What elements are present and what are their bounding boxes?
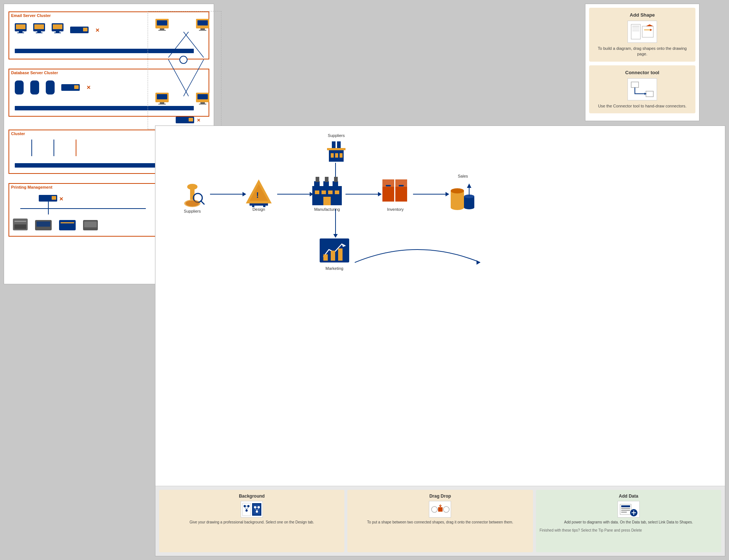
inventory-label: Inventory (387, 207, 403, 212)
db-cylinder-1 (15, 80, 24, 95)
process-suppliers: Suppliers (325, 133, 347, 164)
process-flow-area: Suppliers (155, 126, 725, 392)
email-x-mark: ✕ (95, 27, 100, 33)
svg-rect-13 (646, 91, 653, 97)
cluster-line-3 (76, 140, 76, 156)
svg-rect-52 (399, 185, 404, 186)
email-monitor-1 (15, 23, 27, 33)
svg-rect-21 (340, 153, 343, 158)
db-cylinder-2 (30, 80, 39, 95)
suppliers-icon (325, 138, 347, 164)
hub-monitor-tl (155, 19, 169, 31)
network-dashed-area: ✕ (148, 11, 221, 129)
hub-bottom-switch (176, 117, 194, 123)
arrow-manufacturing-inventory (345, 194, 379, 195)
tip-connector-desc: Use the Connector tool to hand-draw conn… (594, 103, 691, 109)
hub-monitor-tr (196, 19, 209, 31)
tip-drag-drop-desc: To put a shape between two connected sha… (351, 520, 529, 525)
svg-rect-18 (327, 148, 345, 150)
tip-add-data: Add Data Add power to diagrams with data… (536, 490, 721, 552)
hub-line-br (183, 59, 204, 96)
tip-background-desc: Give your drawing a professional backgro… (163, 520, 341, 525)
svg-point-55 (451, 188, 464, 193)
tip-add-data-desc: Add power to diagrams with data. On the … (540, 520, 718, 525)
tip-add-shape-desc: To build a diagram, drag shapes onto the… (594, 46, 691, 57)
design-icon: ! (244, 178, 274, 207)
inventory-icon (381, 178, 410, 207)
svg-text:!: ! (256, 190, 259, 200)
svg-rect-5 (632, 25, 639, 28)
svg-rect-63 (323, 254, 328, 261)
suppliers-label: Suppliers (328, 133, 345, 138)
svg-rect-44 (316, 177, 319, 182)
tip-add-shape: Add Shape To build a diagram, drag shape… (589, 8, 695, 62)
svg-rect-7 (632, 30, 639, 31)
design-label: Design (252, 207, 265, 212)
research-icon (178, 179, 207, 209)
svg-marker-66 (477, 260, 480, 265)
svg-rect-38 (312, 186, 342, 188)
svg-point-27 (186, 200, 199, 206)
svg-marker-11 (646, 24, 653, 26)
svg-marker-87 (439, 505, 442, 507)
svg-point-24 (187, 184, 197, 190)
tip-add-data-icon (618, 501, 640, 518)
svg-rect-40 (321, 190, 326, 194)
printer-3 (59, 220, 76, 230)
tip-drag-drop: Drag Drop To put a shape between two con… (347, 490, 533, 552)
printing-line-h (20, 208, 146, 209)
svg-point-79 (256, 511, 258, 513)
tip-connector-title: Connector tool (594, 70, 691, 75)
hub-x-mark: ✕ (197, 118, 200, 123)
bottom-tips-bar: Background (155, 486, 725, 556)
svg-rect-39 (315, 190, 319, 194)
marketing-label: Marketing (326, 266, 343, 271)
printer-1 (13, 219, 28, 230)
printers-row (13, 219, 98, 230)
connector-icon (629, 80, 655, 99)
process-sales: Sales (448, 174, 478, 213)
manufacturing-label: Manufacturing (314, 207, 340, 212)
svg-line-1 (183, 32, 204, 58)
hub-monitor-bl (155, 93, 169, 104)
main-diagram-panel: Suppliers (155, 126, 725, 556)
canvas: Email Server Cluster (0, 0, 729, 560)
printer-2 (35, 220, 52, 230)
cluster-line-2 (54, 140, 54, 156)
svg-marker-60 (467, 183, 471, 188)
svg-rect-42 (335, 190, 339, 194)
db-cylinder-3 (46, 80, 55, 95)
svg-point-82 (431, 506, 437, 512)
research-label: Suppliers (184, 209, 201, 213)
email-monitor-2 (33, 23, 45, 33)
arrow-research-design (210, 194, 243, 195)
tip-add-shape-icon-area (627, 21, 657, 43)
svg-rect-20 (335, 153, 338, 158)
tip-background-title: Background (163, 494, 341, 499)
printing-x-mark: ✕ (59, 196, 63, 202)
svg-line-3 (183, 59, 204, 96)
manufacturing-icon (310, 174, 344, 207)
printing-hub (39, 195, 57, 202)
svg-rect-92 (621, 512, 627, 513)
svg-point-71 (245, 509, 248, 512)
sales-label: Sales (458, 174, 468, 178)
arrow-manufacturing-marketing (335, 209, 336, 235)
svg-rect-8 (642, 26, 653, 37)
svg-rect-91 (621, 510, 630, 511)
svg-rect-48 (395, 187, 407, 202)
email-monitor-3 (52, 23, 63, 33)
svg-rect-90 (621, 508, 630, 509)
db-hub (61, 84, 80, 91)
svg-rect-89 (621, 505, 630, 507)
svg-rect-19 (331, 153, 334, 158)
svg-rect-12 (631, 82, 639, 87)
svg-rect-85 (438, 507, 443, 512)
tip-drag-drop-title: Drag Drop (351, 494, 529, 499)
svg-rect-41 (328, 190, 333, 194)
printer-4 (83, 220, 98, 230)
svg-rect-64 (331, 251, 335, 261)
svg-rect-51 (386, 185, 391, 186)
tip-finished-text: Finished with these tips? Select the Tip… (540, 528, 718, 533)
tip-connector-icon-area (627, 78, 657, 100)
